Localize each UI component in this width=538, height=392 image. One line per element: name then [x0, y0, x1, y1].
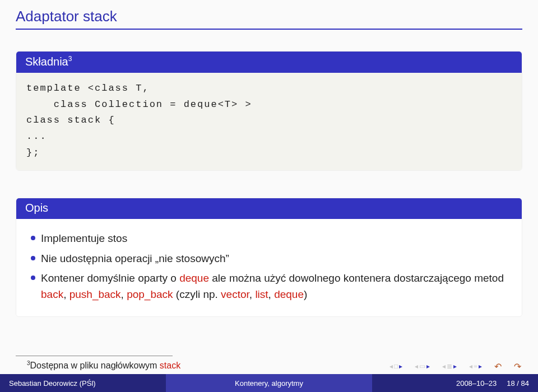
description-block: Opis Implementuje stosNie udostępnia ope…	[16, 198, 522, 317]
text-run: )	[304, 288, 307, 300]
footnote-rule	[16, 356, 173, 356]
text-run: ,	[249, 288, 256, 300]
keyword: deque	[274, 288, 304, 300]
description-block-body: Implementuje stosNie udostępnia operacji…	[16, 219, 522, 316]
slide-title: Adaptator stack	[0, 0, 538, 29]
keyword: push_back	[69, 288, 121, 300]
description-block-heading: Opis	[16, 198, 522, 219]
nav-subsection-icon[interactable]: ◂▭▸	[415, 362, 430, 371]
footer-page: 18 / 84	[507, 379, 529, 388]
nav-section-icon[interactable]: ◂≣▸	[442, 362, 457, 371]
list-item: Implementuje stos	[29, 230, 509, 246]
nav-back-icon[interactable]: ↶	[494, 361, 502, 372]
text-run: Nie udostępnia operacji „nie stosowych”	[41, 253, 229, 264]
footnote-text: Dostępna w pliku nagłówkowym	[30, 361, 160, 370]
syntax-block: Składnia3 template <class T, class Colle…	[16, 51, 522, 171]
footer-right: 2008–10–23 18 / 84	[372, 374, 538, 392]
code-listing: template <class T, class Collection = de…	[26, 81, 512, 161]
text-run: Kontener domyślnie oparty o	[41, 272, 179, 284]
keyword: pop_back	[127, 288, 173, 300]
title-rule	[16, 29, 522, 30]
footnote-keyword: stack	[160, 361, 180, 370]
footer: Sebastian Deorowicz (PŚl) Kontenery, alg…	[0, 374, 538, 392]
keyword: list	[255, 288, 268, 300]
text-run: ,	[268, 288, 275, 300]
syntax-heading-text: Składnia	[25, 55, 68, 68]
footer-author: Sebastian Deorowicz (PŚl)	[0, 374, 166, 392]
keyword: vector	[221, 288, 249, 300]
nav-slide-icon[interactable]: ◂≡▸	[469, 362, 482, 371]
keyword: deque	[179, 272, 209, 284]
text-run: ale można użyć dowolnego kontenera dosta…	[209, 272, 504, 284]
syntax-heading-sup: 3	[68, 55, 72, 63]
text-run: ,	[121, 288, 127, 300]
footnote: 3Dostępna w pliku nagłówkowym stack	[27, 360, 180, 371]
keyword: back	[41, 288, 63, 300]
syntax-block-heading: Składnia3	[16, 52, 522, 73]
footer-date: 2008–10–23	[456, 379, 497, 388]
beamer-nav[interactable]: ◂□▸ ◂▭▸ ◂≣▸ ◂≡▸ ↶ ↷	[389, 361, 521, 372]
nav-frame-icon[interactable]: ◂□▸	[389, 362, 402, 371]
text-run: Implementuje stos	[41, 232, 127, 244]
footer-title: Kontenery, algorytmy	[166, 374, 372, 392]
nav-forward-icon[interactable]: ↷	[514, 361, 521, 372]
text-run: (czyli np.	[173, 288, 221, 300]
list-item: Kontener domyślnie oparty o deque ale mo…	[29, 270, 509, 303]
syntax-block-body: template <class T, class Collection = de…	[16, 73, 522, 170]
text-run: ,	[63, 288, 69, 300]
list-item: Nie udostępnia operacji „nie stosowych”	[29, 250, 509, 267]
